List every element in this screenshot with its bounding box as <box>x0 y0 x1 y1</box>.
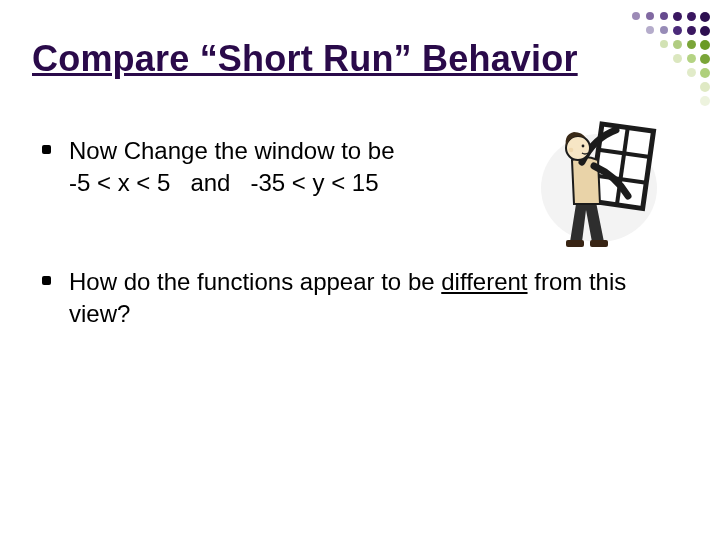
bullet-fragment: How do the functions appear to be <box>69 268 441 295</box>
bullet-item: How do the functions appear to be differ… <box>42 266 652 331</box>
corner-dots-decoration <box>602 8 712 118</box>
bullet-fragment-underlined: different <box>441 268 527 295</box>
slide-title: Compare “Short Run” Behavior <box>32 38 578 80</box>
bullet-text: Now Change the window to be -5 < x < 5 a… <box>69 135 395 200</box>
bullet-item: Now Change the window to be -5 < x < 5 a… <box>42 135 652 200</box>
bullet-marker-icon <box>42 145 51 154</box>
bullet-text: How do the functions appear to be differ… <box>69 266 652 331</box>
bullet-marker-icon <box>42 276 51 285</box>
bullet-line: -5 < x < 5 and -35 < y < 15 <box>69 169 379 196</box>
bullet-list: Now Change the window to be -5 < x < 5 a… <box>42 135 652 397</box>
bullet-line: Now Change the window to be <box>69 137 395 164</box>
